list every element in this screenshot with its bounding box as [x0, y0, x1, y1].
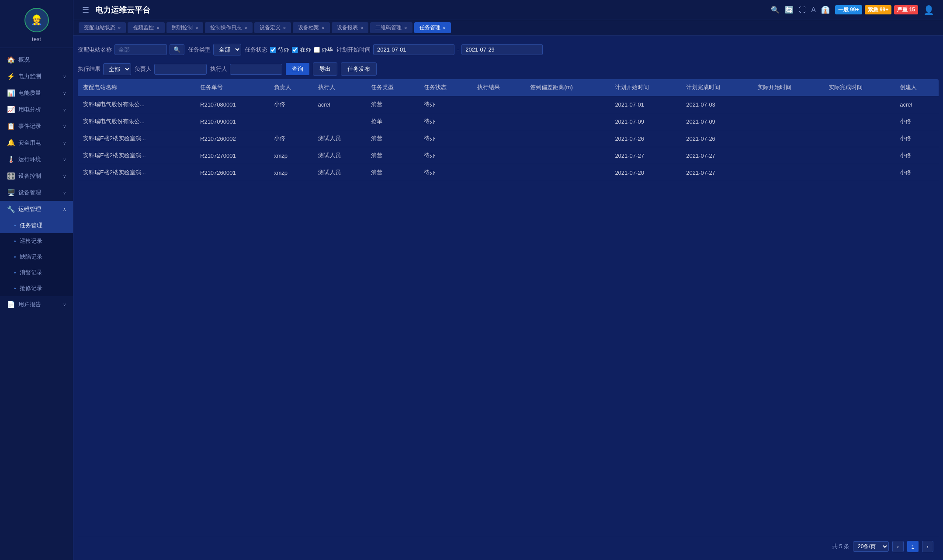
sub-menu-ops-manage: 任务管理巡检记录缺陷记录消警记录抢修记录 — [0, 218, 73, 296]
sidebar-subitem-emergency-record[interactable]: 抢修记录 — [0, 280, 73, 296]
tab-视频监控[interactable]: 视频监控× — [128, 22, 164, 33]
sidebar-item-user-report[interactable]: 📄 用户报告 ∨ — [0, 296, 73, 313]
ops-manage-icon: 🔧 — [7, 205, 15, 213]
table-cell: R2107260001 — [195, 164, 269, 181]
tab-close-icon[interactable]: × — [244, 25, 247, 31]
search-icon[interactable]: 🔍 — [771, 6, 780, 14]
result-filter-group: 执行结果 全部 — [78, 63, 131, 75]
tab-close-icon[interactable]: × — [443, 25, 446, 31]
daiban-label[interactable]: 待办 — [278, 46, 289, 54]
table-cell — [823, 96, 894, 113]
table-row[interactable]: 安科瑞电气股份有限公...R2107090001抢单待办2021-07-0920… — [78, 113, 939, 130]
manager-input[interactable] — [154, 64, 207, 75]
next-page-button[interactable]: › — [922, 541, 933, 552]
result-select[interactable]: 全部 — [103, 63, 131, 75]
table-row[interactable]: 安科瑞E楼2楼实验室演...R2107270001xmzp测试人员消营待办202… — [78, 147, 939, 164]
zaiban-checkbox[interactable] — [292, 47, 298, 53]
sidebar-subitem-patrol-record[interactable]: 巡检记录 — [0, 233, 73, 249]
sidebar-label-device-control: 设备控制 — [18, 172, 59, 180]
sidebar-item-ops-manage[interactable]: 🔧 运维管理 ∧ — [0, 201, 73, 218]
sidebar-item-energy-quality[interactable]: 📊 电能质量 ∨ — [0, 85, 73, 101]
tab-设备定义[interactable]: 设备定义× — [254, 22, 291, 33]
refresh-icon[interactable]: 🔄 — [785, 6, 794, 14]
export-button[interactable]: 导出 — [313, 62, 337, 76]
date-end-input[interactable] — [461, 44, 543, 55]
translate-icon[interactable]: A — [811, 6, 816, 14]
task-status-filter-group: 任务状态 待办 在办 办毕 — [245, 46, 333, 54]
fullscreen-icon[interactable]: ⛶ — [799, 6, 806, 14]
table-cell: R2107080001 — [195, 96, 269, 113]
banbi-label[interactable]: 办毕 — [322, 46, 333, 54]
manager-label: 负责人 — [135, 65, 152, 73]
table-cell: 2021-07-20 — [610, 164, 681, 181]
executor-input[interactable] — [230, 64, 282, 75]
tab-控制操作日志[interactable]: 控制操作日志× — [205, 22, 252, 33]
sidebar-subitem-task-manage[interactable]: 任务管理 — [0, 218, 73, 233]
tab-变配电站状态[interactable]: 变配电站状态× — [79, 22, 126, 33]
chevron-icon: ∨ — [63, 141, 66, 145]
avatar: 👷 — [24, 8, 49, 32]
theme-icon[interactable]: 👔 — [821, 6, 830, 14]
table-cell: 抢单 — [366, 113, 419, 130]
sidebar-item-device-manage[interactable]: 🖥️ 设备管理 ∨ — [0, 184, 73, 201]
sidebar-item-device-control[interactable]: 🎛️ 设备控制 ∨ — [0, 168, 73, 184]
sidebar-item-power-analysis[interactable]: 📈 用电分析 ∨ — [0, 101, 73, 118]
table-cell: 2021-07-01 — [610, 96, 681, 113]
tab-二维码管理[interactable]: 二维码管理× — [370, 22, 412, 33]
tab-close-icon[interactable]: × — [322, 25, 324, 31]
tab-照明控制[interactable]: 照明控制× — [166, 22, 203, 33]
col-header: 计划开始时间 — [610, 79, 681, 96]
sidebar-item-overview[interactable]: 🏠 概况 — [0, 52, 73, 68]
col-header: 实际完成时间 — [823, 79, 894, 96]
table-row[interactable]: 安科瑞E楼2楼实验室演...R2107260002小佟测试人员消营待办2021-… — [78, 130, 939, 147]
table-cell — [472, 96, 525, 113]
tab-任务管理[interactable]: 任务管理× — [414, 22, 451, 33]
task-type-filter-group: 任务类型 全部 消营 抢单 — [188, 44, 241, 55]
filter-bar-1: 变配电站名称 🔍 任务类型 全部 消营 抢单 任务状态 待办 — [78, 40, 939, 59]
badge-severe[interactable]: 严重 15 — [894, 5, 918, 14]
daiban-checkbox-group: 待办 — [270, 46, 289, 54]
sidebar-item-power-monitor[interactable]: ⚡ 电力监测 ∨ — [0, 68, 73, 85]
sidebar-subitem-defect-record[interactable]: 缺陷记录 — [0, 249, 73, 265]
query-button[interactable]: 查询 — [286, 63, 309, 75]
top-header: ☰ 电力运维云平台 🔍 🔄 ⛶ A 👔 一般 99+ 紧急 99+ 严重 15 … — [73, 0, 943, 20]
hamburger-icon[interactable]: ☰ — [82, 5, 89, 15]
table-cell: 待办 — [419, 130, 472, 147]
sidebar-label-overview: 概况 — [18, 56, 66, 64]
table-cell: acrel — [313, 96, 366, 113]
table-row[interactable]: 安科瑞E楼2楼实验室演...R2107260001xmzp测试人员消营待办202… — [78, 164, 939, 181]
tab-close-icon[interactable]: × — [118, 25, 121, 31]
publish-button[interactable]: 任务发布 — [341, 62, 377, 76]
tab-close-icon[interactable]: × — [156, 25, 159, 31]
table-row[interactable]: 安科瑞电气股份有限公...R2107080001小佟acrel消营待办2021-… — [78, 96, 939, 113]
station-search-button[interactable]: 🔍 — [170, 44, 184, 55]
tab-close-icon[interactable]: × — [361, 25, 363, 31]
prev-page-button[interactable]: ‹ — [892, 541, 904, 552]
sidebar-item-event-record[interactable]: 📋 事件记录 ∨ — [0, 118, 73, 135]
tab-设备档案[interactable]: 设备档案× — [293, 22, 329, 33]
sidebar-item-safe-power[interactable]: 🔔 安全用电 ∨ — [0, 135, 73, 151]
col-header: 执行结果 — [472, 79, 525, 96]
tab-close-icon[interactable]: × — [283, 25, 286, 31]
banbi-checkbox[interactable] — [314, 47, 320, 53]
badge-urgent[interactable]: 紧急 99+ — [865, 5, 892, 14]
table-cell — [525, 113, 610, 130]
table-cell — [823, 113, 894, 130]
zaiban-label[interactable]: 在办 — [300, 46, 311, 54]
station-input[interactable] — [114, 44, 167, 55]
sidebar-item-run-env[interactable]: 🌡️ 运行环境 ∨ — [0, 151, 73, 168]
table-cell: 2021-07-27 — [681, 147, 752, 164]
task-type-select[interactable]: 全部 消营 抢单 — [213, 44, 241, 55]
tab-设备报表[interactable]: 设备报表× — [332, 22, 368, 33]
col-header: 签到偏差距离(m) — [525, 79, 610, 96]
tab-close-icon[interactable]: × — [195, 25, 198, 31]
date-start-input[interactable] — [373, 44, 454, 55]
col-header: 任务单号 — [195, 79, 269, 96]
table-cell — [472, 113, 525, 130]
user-icon[interactable]: 👤 — [923, 5, 934, 15]
badge-general[interactable]: 一般 99+ — [835, 5, 862, 14]
tab-close-icon[interactable]: × — [404, 25, 407, 31]
sidebar-subitem-alarm-record[interactable]: 消警记录 — [0, 265, 73, 280]
per-page-select[interactable]: 20条/页 50条/页 100条/页 — [853, 541, 889, 552]
daiban-checkbox[interactable] — [270, 47, 276, 53]
